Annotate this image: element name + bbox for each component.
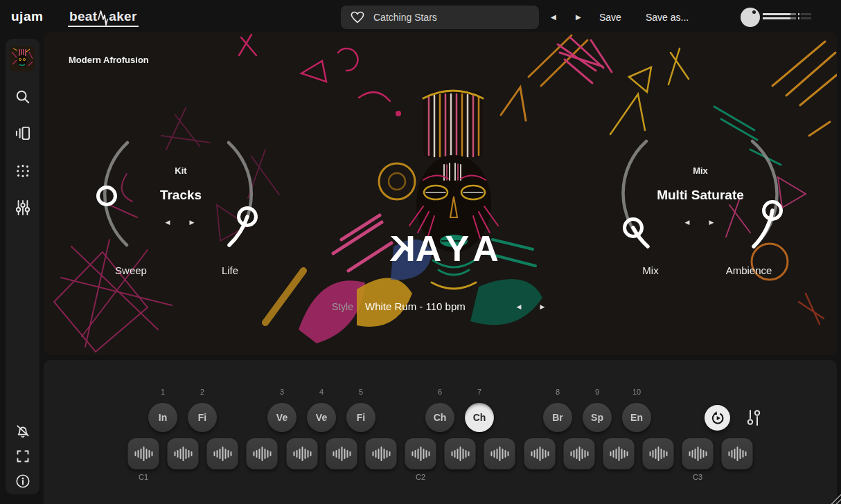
key-pad-9[interactable] bbox=[445, 438, 476, 469]
key-pad-3[interactable] bbox=[207, 438, 238, 469]
waveform-icon bbox=[411, 447, 430, 461]
waveform-icon bbox=[174, 447, 192, 461]
waveform-icon bbox=[134, 447, 152, 461]
preset-selector[interactable]: Catching Stars bbox=[341, 6, 539, 29]
stage-panel: Modern Afrofusion Kit Tracks ◀ ▶ Mix Mul… bbox=[44, 32, 837, 355]
save-as-button[interactable]: Save as... bbox=[646, 12, 689, 23]
beatmaker-kaya-window: { "topbar": { "ujam_logo": "ujam", "beat… bbox=[0, 0, 841, 504]
info-icon[interactable] bbox=[15, 473, 30, 489]
part-pad-1[interactable]: In bbox=[148, 403, 177, 432]
key-pad-14[interactable] bbox=[643, 438, 674, 469]
kit-next-button[interactable]: ▶ bbox=[190, 219, 195, 226]
preset-next-button[interactable]: ▶ bbox=[576, 12, 581, 22]
key-pad-2[interactable] bbox=[168, 438, 199, 469]
key-pad-4[interactable] bbox=[247, 438, 278, 469]
notifications-off-icon[interactable] bbox=[15, 423, 30, 439]
favorite-heart-icon[interactable] bbox=[351, 11, 364, 24]
topbar: ujam beat aker Catching Stars ◀ ▶ Save S… bbox=[0, 0, 841, 35]
kaya-logo: KAYA bbox=[382, 228, 506, 269]
beatmaker-logo-suffix: aker bbox=[109, 9, 136, 24]
key-pad-6[interactable] bbox=[326, 438, 357, 469]
fullscreen-icon[interactable] bbox=[15, 448, 30, 464]
mix-next-button[interactable]: ▶ bbox=[709, 219, 714, 226]
part-pad-3[interactable]: Ve bbox=[267, 403, 296, 432]
part-number-1: 1 bbox=[161, 388, 165, 396]
avatar[interactable] bbox=[10, 46, 35, 71]
key-pad-5[interactable] bbox=[287, 438, 318, 469]
key-pad-12[interactable] bbox=[564, 438, 595, 469]
pattern-grid-icon[interactable] bbox=[15, 163, 30, 179]
part-number-3: 3 bbox=[280, 388, 284, 396]
key-pad-8[interactable] bbox=[405, 438, 436, 469]
mixer-faders-icon[interactable] bbox=[15, 199, 30, 215]
part-number-6: 6 bbox=[438, 388, 442, 396]
waveform-icon bbox=[689, 447, 707, 461]
style-prev-button[interactable]: ◀ bbox=[517, 303, 522, 310]
output-level-meter bbox=[763, 13, 811, 21]
waveform-icon bbox=[490, 447, 508, 461]
kit-caption: Kit bbox=[175, 165, 186, 176]
preset-name: Catching Stars bbox=[373, 12, 437, 23]
pads-panel: 1In2Fi3Ve4Ve5Fi6Ch7Ch8Br9Sp10En C1C2C3 bbox=[44, 360, 837, 504]
style-value[interactable]: White Rum - 110 bpm bbox=[365, 300, 466, 312]
master-volume-knob[interactable] bbox=[741, 8, 760, 27]
part-pad-10[interactable]: En bbox=[622, 403, 651, 432]
loop-icon bbox=[710, 411, 725, 426]
preset-prev-button[interactable]: ◀ bbox=[551, 12, 556, 22]
waveform-icon bbox=[610, 447, 628, 461]
part-pad-4[interactable]: Ve bbox=[307, 403, 336, 432]
part-number-9: 9 bbox=[595, 388, 599, 396]
save-button[interactable]: Save bbox=[599, 12, 621, 23]
waveform-icon bbox=[570, 447, 588, 461]
part-pad-7[interactable]: Ch bbox=[465, 403, 494, 432]
key-pad-13[interactable] bbox=[603, 438, 635, 469]
waveform-icon bbox=[451, 447, 469, 461]
kit-value[interactable]: Tracks bbox=[160, 188, 202, 203]
kaya-logo-k: K bbox=[382, 228, 416, 269]
waveform-icon bbox=[649, 447, 667, 461]
ujam-logo: ujam bbox=[11, 9, 43, 24]
life-knob-label: Life bbox=[222, 264, 238, 276]
key-pad-16[interactable] bbox=[722, 438, 753, 469]
search-icon[interactable] bbox=[15, 89, 30, 105]
key-pad-15[interactable] bbox=[682, 438, 714, 469]
waveform-icon bbox=[293, 447, 311, 461]
key-pad-10[interactable] bbox=[484, 438, 515, 469]
loop-button[interactable] bbox=[705, 405, 730, 431]
mix-caption: Mix bbox=[693, 165, 708, 176]
key-pad-7[interactable] bbox=[366, 438, 397, 469]
mixer-toggle-button[interactable] bbox=[746, 409, 761, 426]
key-label-C1: C1 bbox=[139, 473, 148, 481]
mixer-toggle-icon bbox=[746, 409, 761, 426]
waveform-m-icon bbox=[98, 9, 108, 27]
part-number-8: 8 bbox=[556, 388, 560, 396]
key-pad-11[interactable] bbox=[524, 438, 556, 469]
part-pad-9[interactable]: Sp bbox=[583, 403, 612, 432]
kaya-logo-rest: AYA bbox=[416, 228, 506, 269]
waveform-icon bbox=[728, 447, 746, 461]
kit-prev-button[interactable]: ◀ bbox=[166, 219, 170, 226]
part-number-7: 7 bbox=[477, 388, 481, 396]
mix-prev-button[interactable]: ◀ bbox=[685, 219, 690, 226]
part-number-5: 5 bbox=[359, 388, 363, 396]
beatmaker-logo: beat aker bbox=[68, 6, 139, 27]
key-label-C3: C3 bbox=[693, 473, 702, 481]
mix-knob-label: Mix bbox=[642, 264, 658, 276]
sweep-knob-label: Sweep bbox=[115, 264, 147, 276]
waveform-icon bbox=[531, 447, 549, 461]
presets-browser-icon[interactable] bbox=[15, 125, 30, 141]
ambience-knob-label: Ambience bbox=[726, 264, 772, 276]
mix-value[interactable]: Multi Saturate bbox=[657, 188, 744, 203]
part-pad-5[interactable]: Fi bbox=[346, 403, 375, 432]
style-caption: Style bbox=[315, 301, 353, 312]
key-label-C2: C2 bbox=[416, 473, 425, 481]
genre-label: Modern Afrofusion bbox=[69, 55, 149, 65]
meter-left-channel bbox=[763, 13, 811, 15]
key-pad-1[interactable] bbox=[128, 438, 159, 469]
waveform-icon bbox=[213, 447, 231, 461]
part-pad-6[interactable]: Ch bbox=[425, 403, 454, 432]
beatmaker-logo-prefix: beat bbox=[69, 9, 97, 24]
part-pad-2[interactable]: Fi bbox=[188, 403, 217, 432]
style-next-button[interactable]: ▶ bbox=[540, 303, 545, 310]
part-pad-8[interactable]: Br bbox=[543, 403, 572, 432]
